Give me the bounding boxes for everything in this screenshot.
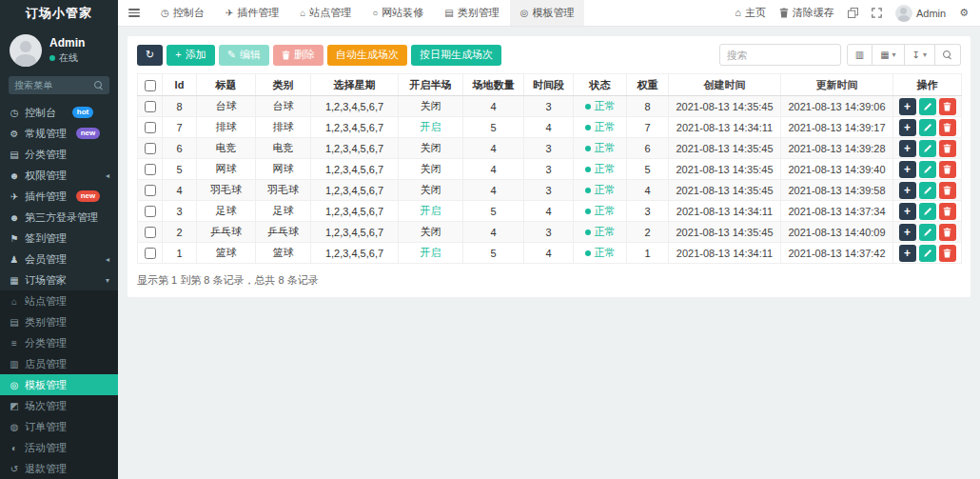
row-add-button[interactable]: + <box>899 140 916 157</box>
row-add-button[interactable]: + <box>899 182 916 199</box>
row-delete-button[interactable] <box>939 140 956 157</box>
columns-button[interactable]: ▦ ▾ <box>872 44 904 66</box>
row-delete-button[interactable] <box>939 203 956 220</box>
row-checkbox[interactable] <box>145 122 156 133</box>
row-edit-button[interactable] <box>919 203 936 220</box>
sidebar-subitem[interactable]: ▥ 店员管理 <box>0 353 118 374</box>
add-button[interactable]: + 添加 <box>167 45 214 66</box>
row-checkbox[interactable] <box>145 227 156 238</box>
cell-venue-count: 5 <box>463 117 524 138</box>
row-delete-button[interactable] <box>939 161 956 178</box>
row-checkbox[interactable] <box>145 248 156 259</box>
user-menu[interactable]: Admin <box>895 5 946 22</box>
column-header[interactable]: 创建时间 <box>669 74 781 96</box>
row-delete-button[interactable] <box>939 182 956 199</box>
column-header[interactable]: 选择星期 <box>311 74 399 96</box>
auto-generate-button[interactable]: 自动生成场次 <box>327 45 407 66</box>
table-row[interactable]: 3 足球 足球 1,2,3,4,5,6,7 开启 5 4 <box>138 201 962 222</box>
sidebar-item[interactable]: ♟ 会员管理 ◂ <box>0 249 118 269</box>
nav-tab[interactable]: ⌂ 站点管理 <box>289 0 362 26</box>
row-checkbox[interactable] <box>145 143 156 154</box>
row-checkbox[interactable] <box>145 206 156 217</box>
column-header[interactable]: 更新时间 <box>781 74 893 96</box>
fullscreen-button[interactable] <box>872 8 882 18</box>
column-header[interactable]: Id <box>163 74 197 96</box>
nav-tab[interactable]: ◎ 模板管理 <box>510 0 585 26</box>
row-add-button[interactable]: + <box>899 161 916 178</box>
column-header[interactable]: 场地数量 <box>463 74 524 96</box>
sidebar-toggle-button[interactable] <box>118 0 150 26</box>
home-link[interactable]: ⌂ 主页 <box>735 6 766 20</box>
row-edit-button[interactable] <box>919 182 936 199</box>
sidebar-subitem[interactable]: ◍ 订单管理 <box>0 416 118 437</box>
row-checkbox[interactable] <box>145 164 156 175</box>
row-delete-button[interactable] <box>939 98 956 115</box>
search-button[interactable] <box>935 44 961 66</box>
generate-by-date-button[interactable]: 按日期生成场次 <box>411 45 501 66</box>
sidebar-item[interactable]: ✈ 插件管理 new <box>0 186 118 207</box>
column-header[interactable]: 操作 <box>893 74 962 96</box>
row-add-button[interactable]: + <box>899 119 916 136</box>
cell-half-open: 开启 <box>399 243 463 264</box>
row-edit-button[interactable] <box>919 161 936 178</box>
table-search-input[interactable] <box>719 44 841 66</box>
row-add-button[interactable]: + <box>899 203 916 220</box>
row-add-button[interactable]: + <box>899 98 916 115</box>
clear-cache-button[interactable]: 清除缓存 <box>779 6 834 20</box>
row-delete-button[interactable] <box>939 119 956 136</box>
row-edit-button[interactable] <box>919 98 936 115</box>
row-edit-button[interactable] <box>919 224 936 241</box>
nav-tab[interactable]: ▤ 类别管理 <box>434 0 509 26</box>
sidebar-item[interactable]: ▦ 订场管家 ▾ <box>0 269 118 290</box>
row-edit-button[interactable] <box>919 119 936 136</box>
nav-tab[interactable]: ✈ 插件管理 <box>215 0 289 26</box>
multitab-button[interactable] <box>848 8 858 18</box>
row-edit-button[interactable] <box>919 245 936 262</box>
select-all-checkbox[interactable] <box>145 80 156 91</box>
row-checkbox[interactable] <box>145 101 156 112</box>
table-row[interactable]: 5 网球 网球 1,2,3,4,5,6,7 关闭 4 3 <box>138 159 962 180</box>
sidebar-subitem[interactable]: ▤ 类别管理 <box>0 311 118 332</box>
sidebar-subitem[interactable]: ◩ 场次管理 <box>0 395 118 416</box>
sidebar-item[interactable]: ▤ 分类管理 <box>0 144 118 165</box>
sidebar-subitem[interactable]: ↺ 退款管理 <box>0 458 118 479</box>
column-header[interactable]: 时间段 <box>524 74 574 96</box>
table-row[interactable]: 2 乒乓球 乒乓球 1,2,3,4,5,6,7 关闭 4 3 <box>138 222 962 243</box>
row-delete-button[interactable] <box>939 245 956 262</box>
edit-button[interactable]: ✎ 编辑 <box>219 45 269 66</box>
column-header[interactable]: 开启半场 <box>399 74 463 96</box>
select-all-header[interactable] <box>138 74 163 96</box>
sidebar-item[interactable]: ◷ 控制台 hot <box>0 102 118 123</box>
sidebar-subitem[interactable]: ◎ 模板管理 <box>0 374 118 395</box>
sidebar-subitem[interactable]: ≡ 分类管理 <box>0 332 118 353</box>
sidebar-item[interactable]: ☻ 第三方登录管理 <box>0 207 118 228</box>
table-row[interactable]: 8 台球 台球 1,2,3,4,5,6,7 关闭 4 3 <box>138 96 962 117</box>
settings-button[interactable]: ⚙ <box>959 8 969 18</box>
export-button[interactable]: ↧ ▾ <box>905 44 935 66</box>
row-edit-button[interactable] <box>919 140 936 157</box>
row-checkbox[interactable] <box>145 185 156 196</box>
table-row[interactable]: 6 电竞 电竞 1,2,3,4,5,6,7 关闭 4 3 <box>138 138 962 159</box>
sidebar-item[interactable]: ☻ 权限管理 ◂ <box>0 165 118 186</box>
column-header[interactable]: 状态 <box>574 74 627 96</box>
column-header[interactable]: 权重 <box>627 74 669 96</box>
refresh-button[interactable]: ↻ <box>137 45 163 66</box>
toggle-view-button[interactable]: ▥ <box>847 44 872 66</box>
sidebar-item[interactable]: ⚙ 常规管理 new <box>0 123 118 144</box>
table-row[interactable]: 1 篮球 篮球 1,2,3,4,5,6,7 开启 5 4 <box>138 243 962 264</box>
nav-tab[interactable]: ○ 网站装修 <box>362 0 434 26</box>
row-delete-button[interactable] <box>939 224 956 241</box>
row-add-button[interactable]: + <box>899 224 916 241</box>
table-row[interactable]: 4 羽毛球 羽毛球 1,2,3,4,5,6,7 关闭 4 3 <box>138 180 962 201</box>
sidebar-search-input[interactable] <box>14 80 90 90</box>
sidebar-item[interactable]: ⚑ 签到管理 <box>0 228 118 249</box>
sidebar-subitem[interactable]: ◐ 活动管理 <box>0 437 118 458</box>
delete-button[interactable]: 删除 <box>273 45 323 66</box>
table-row[interactable]: 7 排球 排球 1,2,3,4,5,6,7 开启 5 4 <box>138 117 962 138</box>
sidebar-subitem[interactable]: ⌂ 站点管理 <box>0 290 118 311</box>
chevron-icon: ◂ <box>106 255 109 264</box>
nav-tab[interactable]: ◷ 控制台 <box>150 0 215 26</box>
row-add-button[interactable]: + <box>899 245 916 262</box>
column-header[interactable]: 标题 <box>197 74 256 96</box>
column-header[interactable]: 类别 <box>256 74 311 96</box>
